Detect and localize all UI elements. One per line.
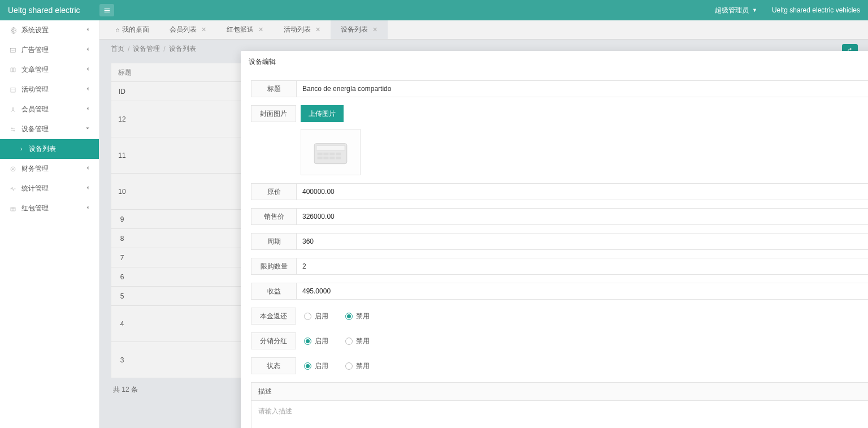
svg-rect-17 (336, 157, 341, 159)
svg-point-3 (11, 128, 12, 129)
input-sale-price[interactable] (296, 208, 868, 225)
sidebar-item-redpacket[interactable]: 红包管理 (0, 198, 99, 218)
description-block: 描述 (251, 382, 868, 428)
user-role-dropdown[interactable]: 超级管理员 ▼ (715, 6, 757, 15)
app-subtitle: Ueltg shared electric vehicles (772, 6, 860, 14)
modal-header: 设备编辑 — ⛶ ✕ (241, 51, 868, 72)
radio-icon (345, 362, 353, 370)
label-orig-price: 原价 (251, 183, 296, 200)
radio-status-disable[interactable]: 禁用 (345, 361, 370, 371)
chevron-left-icon (84, 46, 91, 54)
sidebar-item-stats[interactable]: 统计管理 (0, 179, 99, 198)
radio-status-enable[interactable]: 启用 (304, 361, 328, 371)
radio-principal-enable[interactable]: 启用 (304, 312, 328, 321)
sidebar-item-label: 活动管理 (21, 85, 49, 94)
radio-icon (304, 313, 311, 320)
input-orig-price[interactable] (296, 183, 868, 200)
svg-rect-10 (318, 153, 323, 155)
svg-rect-12 (329, 153, 335, 155)
svg-rect-9 (316, 145, 345, 150)
svg-text:¥: ¥ (12, 167, 14, 171)
radio-dividend-disable[interactable]: 禁用 (345, 336, 370, 346)
radio-principal-disable[interactable]: 禁用 (345, 312, 370, 321)
brand-title: Ueltg shared electric (8, 6, 99, 15)
sidebar-item-ads[interactable]: 广告管理 (0, 40, 99, 60)
label-dist-dividend: 分销分红 (251, 332, 296, 349)
sidebar-item-label: 文章管理 (21, 65, 49, 75)
radio-dividend-enable[interactable]: 启用 (304, 336, 328, 346)
upload-image-button[interactable]: 上传图片 (301, 105, 344, 122)
svg-rect-11 (323, 153, 328, 155)
pulse-icon (9, 185, 17, 193)
chevron-left-icon (84, 26, 91, 34)
label-title: 标题 (251, 80, 296, 97)
sidebar-subitem-device-list[interactable]: › 设备列表 (0, 139, 99, 159)
radio-icon (345, 338, 353, 345)
modal-body: 标题 封面图片 上传图片 (241, 72, 868, 428)
gift-icon (9, 205, 17, 213)
input-description[interactable] (251, 401, 868, 428)
sidebar-subitem-label: 设备列表 (29, 144, 56, 154)
sidebar-item-label: 统计管理 (21, 184, 49, 193)
cover-image-preview[interactable] (301, 129, 361, 175)
label-description: 描述 (251, 383, 868, 401)
chevron-down-icon (84, 125, 91, 133)
device-image-icon (305, 133, 356, 171)
chevron-left-icon (84, 85, 91, 94)
sidebar-item-system[interactable]: 系统设置 (0, 20, 99, 40)
sidebar-item-members[interactable]: 会员管理 (0, 100, 99, 119)
modal-title: 设备编辑 (249, 57, 276, 67)
input-title[interactable] (296, 80, 868, 97)
label-income: 收益 (251, 283, 296, 300)
main-area: ⌂ 我的桌面 会员列表 ✕ 红包派送 ✕ 活动列表 ✕ 设备列表 ✕ 首页 / (99, 20, 868, 428)
sidebar-item-articles[interactable]: 文章管理 (0, 60, 99, 80)
radio-principal-return: 启用 禁用 (296, 308, 370, 325)
sidebar-item-finance[interactable]: ¥ 财务管理 (0, 159, 99, 179)
sidebar-item-devices[interactable]: 设备管理 (0, 119, 99, 139)
sidebar-item-label: 广告管理 (21, 45, 49, 55)
user-role-label: 超级管理员 (715, 6, 749, 15)
chevron-left-icon (84, 66, 91, 74)
device-icon (9, 126, 17, 133)
hamburger-icon (103, 7, 111, 14)
svg-rect-16 (329, 157, 335, 159)
label-sale-price: 销售价 (251, 208, 296, 225)
sidebar-item-activities[interactable]: 活动管理 (0, 80, 99, 100)
label-cover: 封面图片 (251, 105, 296, 122)
svg-point-2 (12, 107, 14, 109)
label-period: 周期 (251, 233, 296, 250)
book-icon (9, 66, 17, 74)
chevron-right-icon: › (20, 146, 22, 152)
svg-rect-0 (11, 48, 16, 52)
input-limit-qty[interactable] (296, 258, 868, 275)
radio-icon (304, 338, 311, 345)
radio-status: 启用 禁用 (296, 357, 370, 374)
calendar-icon (9, 86, 17, 94)
sidebar-item-label: 系统设置 (21, 25, 49, 35)
chevron-left-icon (84, 184, 91, 193)
svg-rect-15 (323, 157, 328, 159)
chevron-left-icon (84, 105, 91, 114)
top-bar: Ueltg shared electric 超级管理员 ▼ Ueltg shar… (0, 0, 868, 20)
label-limit-qty: 限购数量 (251, 258, 296, 275)
svg-rect-1 (11, 88, 15, 92)
money-icon: ¥ (9, 165, 17, 173)
svg-rect-14 (318, 157, 323, 159)
device-edit-modal: 设备编辑 — ⛶ ✕ 标题 封面图片 上传图片 (241, 51, 868, 428)
chevron-left-icon (84, 204, 91, 213)
caret-down-icon: ▼ (752, 7, 757, 13)
label-status: 状态 (251, 357, 296, 374)
chevron-left-icon (84, 165, 91, 173)
input-period[interactable] (296, 233, 868, 250)
svg-rect-13 (336, 153, 341, 155)
sidebar-item-label: 红包管理 (21, 204, 49, 213)
sidebar-item-label: 会员管理 (21, 105, 49, 114)
svg-point-4 (14, 130, 15, 131)
input-income[interactable] (296, 283, 868, 300)
gear-icon (9, 27, 17, 34)
toggle-sidebar-button[interactable] (99, 4, 114, 16)
sidebar-item-label: 财务管理 (21, 164, 49, 174)
image-icon (9, 46, 17, 54)
label-principal-return: 本金返还 (251, 308, 296, 325)
sidebar: 系统设置 广告管理 文章管理 活动管理 会员管理 设备管理 (0, 20, 99, 428)
